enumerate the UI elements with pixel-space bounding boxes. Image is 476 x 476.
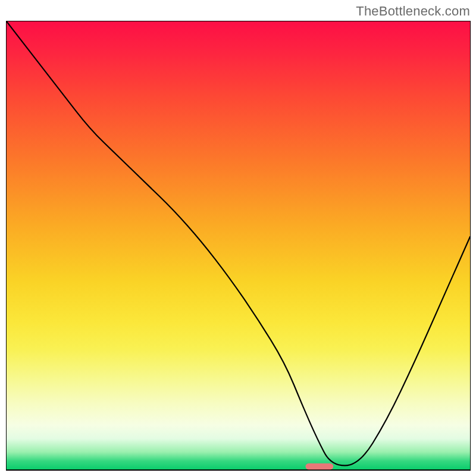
watermark-text: TheBottleneck.com [356,4,470,19]
plot-area [6,21,471,471]
curve-layer [7,21,470,470]
optimum-marker [305,464,333,470]
bottleneck-curve [7,21,470,465]
chart-stage: TheBottleneck.com [0,0,476,476]
